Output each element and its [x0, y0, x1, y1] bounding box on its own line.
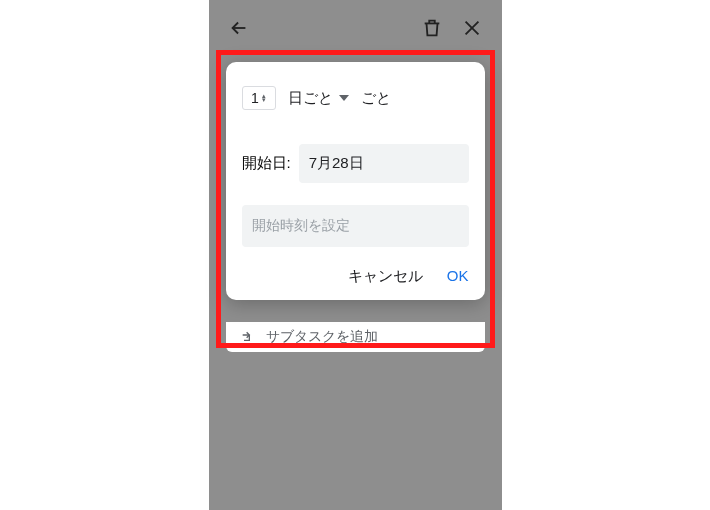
topbar — [210, 10, 501, 46]
trash-icon[interactable] — [421, 17, 443, 39]
topbar-actions — [421, 17, 483, 39]
close-icon[interactable] — [461, 17, 483, 39]
back-arrow-icon[interactable] — [228, 17, 250, 39]
app-screen: サブタスクを追加 1 ▴▾ 日ごと ごと 開始日: 7月28日 開始時刻を設定 … — [210, 0, 501, 510]
annotation-highlight — [216, 50, 495, 348]
